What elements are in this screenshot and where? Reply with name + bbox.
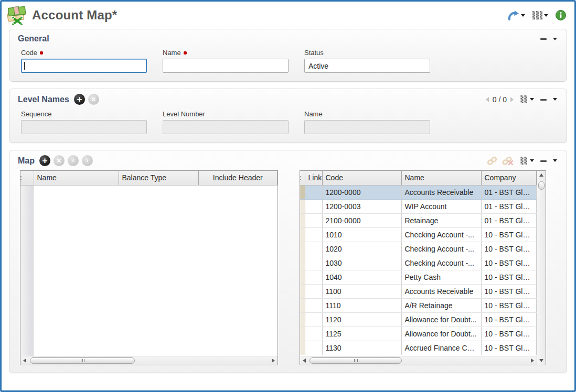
table-row[interactable]: 1020Checking Account -...10 - BST Global [300,242,537,256]
status-input[interactable] [304,59,430,73]
row-selector-header [20,171,34,185]
scroll-up-button[interactable] [537,171,546,179]
cell-link [305,185,322,199]
section-menu-button[interactable] [552,158,558,163]
cell-name: Accrued Finance Cha... [401,341,481,355]
chevron-down-icon [530,159,534,162]
table-row[interactable]: 1010Checking Account -...10 - BST Global [300,227,537,242]
scroll-right-button[interactable] [269,356,278,365]
table-row[interactable]: 1200-0003WIP Account01 - BST Global [300,199,537,213]
sequence-field-group: Sequence [21,110,147,134]
cell-code: 1010 [322,227,401,242]
row-selector-cell [300,213,305,227]
row-selector-cell [300,341,305,355]
pager-prev-icon [486,97,489,102]
table-row[interactable]: 1040Petty Cash10 - BST Global [300,270,537,284]
cell-link [305,242,322,256]
cell-company: 10 - BST Global [481,298,537,312]
cell-company: 10 - BST Global [481,227,537,242]
chevron-right-icon: › [86,157,88,164]
name-input[interactable] [163,59,289,73]
status-field-group: Status [304,49,430,73]
cell-code: 2100-0000 [322,213,401,227]
cell-link [305,227,322,242]
cell-code: 1120 [322,312,401,326]
scrollbar-thumb[interactable] [538,181,545,190]
general-section: General Code Name Status [9,29,567,82]
map-title: Map [18,156,35,166]
map-structure-table: Name Balance Type Include Header [20,170,278,365]
section-menu-button[interactable] [552,37,558,41]
column-chooser-icon [519,95,528,103]
row-selector-cell [300,185,305,199]
add-level-button[interactable]: + [74,94,85,105]
column-chooser-button[interactable] [518,156,535,166]
scroll-down-button[interactable] [537,356,546,365]
cell-name: Accounts Receivable [401,284,481,298]
table-row[interactable]: 1100Accounts Receivable10 - BST Global [300,284,537,298]
scroll-left-button[interactable] [20,356,29,365]
info-button[interactable] [554,9,567,21]
chevron-down-icon [521,14,525,17]
scrollbar-thumb[interactable] [30,357,135,364]
row-selector-cell [300,242,305,256]
redirect-arrow-icon [508,10,519,20]
scroll-right-button[interactable] [528,356,537,365]
table-row[interactable]: 1030Checking Account -...10 - BST Global [300,256,537,270]
column-header-code[interactable]: Code [322,171,401,185]
scrollbar-thumb[interactable] [310,357,402,364]
column-chooser-button[interactable] [531,10,549,21]
table-row[interactable]: 1120Allowance for Doubt...10 - BST Globa… [300,312,537,326]
required-marker [184,51,187,55]
cell-company: 01 - BST Global [481,185,537,199]
required-marker [40,51,43,55]
scroll-left-button[interactable] [300,356,308,365]
code-label: Code [21,49,147,57]
column-header-include-header[interactable]: Include Header [198,171,278,185]
account-rows: 1200-0000Accounts Receivable01 - BST Glo… [300,185,537,355]
table-row[interactable]: 2100-0000Retainage01 - BST Global [300,213,537,227]
column-header-link[interactable]: Link [305,171,322,185]
collapse-button[interactable] [540,35,547,42]
text-caret [21,59,147,73]
column-chooser-button[interactable] [518,94,535,104]
table-row[interactable]: 1130Accrued Finance Cha...10 - BST Globa… [300,341,537,355]
cell-link [305,284,322,298]
chevron-down-icon [553,159,557,162]
table-row[interactable]: 1200-0000Accounts Receivable01 - BST Glo… [300,185,537,199]
column-header-name[interactable]: Name [34,171,119,185]
level-names-pager: 0 / 0 [486,95,514,104]
level-names-title: Level Names [18,95,69,104]
code-field-group: Code [21,49,147,73]
cell-code: 1030 [322,256,401,270]
chevron-left-icon: ‹ [72,157,74,164]
cell-name: WIP Account [401,199,481,213]
code-input[interactable] [21,59,147,73]
collapse-button[interactable] [540,157,547,165]
level-name-field-group: Name [304,110,430,134]
redirect-button[interactable] [507,9,526,21]
triangle-up-icon [539,173,543,177]
cell-company: 10 - BST Global [481,242,537,256]
collapse-button[interactable] [540,96,547,103]
cell-name: A/R Retainage [401,298,481,312]
delete-map-item-button: ✕ [54,155,65,166]
account-map-window: Account Map* [0,0,576,392]
close-icon: ✕ [91,96,96,103]
cell-link [305,326,322,341]
sequence-label: Sequence [21,110,147,118]
general-header: General [9,29,567,46]
add-map-item-button[interactable]: + [39,155,50,166]
cell-name: Accounts Receivable [401,185,481,199]
triangle-left-icon [303,358,306,363]
pager-next-icon [510,97,514,102]
column-header-balance-type[interactable]: Balance Type [119,171,198,185]
column-header-company[interactable]: Company [481,171,537,185]
info-icon [556,10,566,20]
table-row[interactable]: 1125Allowance for Doubt...10 - BST Globa… [300,326,537,341]
table-row[interactable]: 1110A/R Retainage10 - BST Global [300,298,537,312]
column-header-name[interactable]: Name [401,171,481,185]
account-map-money-icon [6,5,28,26]
section-menu-button[interactable] [552,97,558,102]
cell-company: 10 - BST Global [481,341,537,355]
